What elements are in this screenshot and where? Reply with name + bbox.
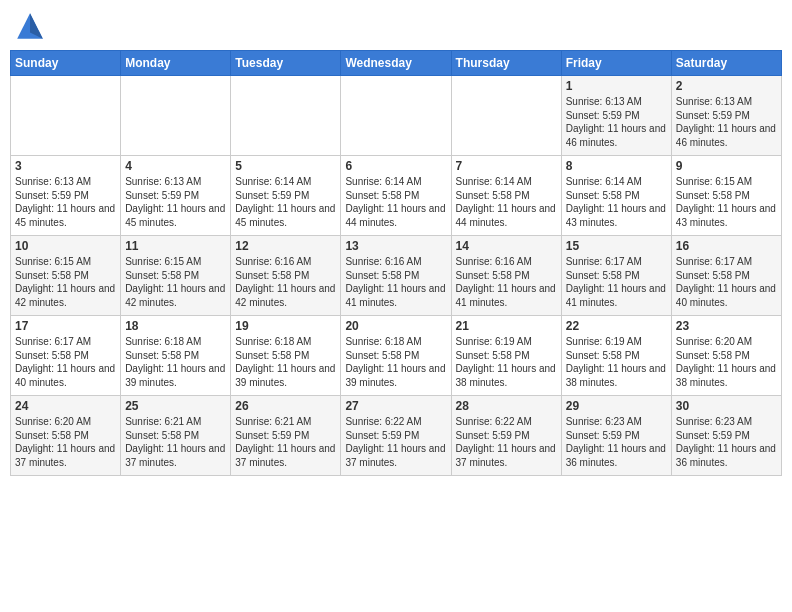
- calendar-cell: 29Sunrise: 6:23 AM Sunset: 5:59 PM Dayli…: [561, 396, 671, 476]
- calendar-cell: 19Sunrise: 6:18 AM Sunset: 5:58 PM Dayli…: [231, 316, 341, 396]
- cell-text: Sunrise: 6:16 AM Sunset: 5:58 PM Dayligh…: [235, 255, 336, 309]
- cell-text: Sunrise: 6:15 AM Sunset: 5:58 PM Dayligh…: [676, 175, 777, 229]
- header-tuesday: Tuesday: [231, 51, 341, 76]
- cell-text: Sunrise: 6:14 AM Sunset: 5:59 PM Dayligh…: [235, 175, 336, 229]
- calendar-cell: 25Sunrise: 6:21 AM Sunset: 5:58 PM Dayli…: [121, 396, 231, 476]
- calendar-cell: [341, 76, 451, 156]
- cell-text: Sunrise: 6:16 AM Sunset: 5:58 PM Dayligh…: [345, 255, 446, 309]
- calendar-cell: 27Sunrise: 6:22 AM Sunset: 5:59 PM Dayli…: [341, 396, 451, 476]
- cell-text: Sunrise: 6:13 AM Sunset: 5:59 PM Dayligh…: [676, 95, 777, 149]
- calendar-cell: [11, 76, 121, 156]
- day-number: 9: [676, 159, 777, 173]
- day-number: 4: [125, 159, 226, 173]
- calendar-cell: 30Sunrise: 6:23 AM Sunset: 5:59 PM Dayli…: [671, 396, 781, 476]
- day-number: 17: [15, 319, 116, 333]
- day-number: 19: [235, 319, 336, 333]
- day-number: 26: [235, 399, 336, 413]
- calendar-cell: 12Sunrise: 6:16 AM Sunset: 5:58 PM Dayli…: [231, 236, 341, 316]
- calendar-week-row: 3Sunrise: 6:13 AM Sunset: 5:59 PM Daylig…: [11, 156, 782, 236]
- day-number: 30: [676, 399, 777, 413]
- cell-text: Sunrise: 6:15 AM Sunset: 5:58 PM Dayligh…: [15, 255, 116, 309]
- logo: [14, 10, 50, 42]
- calendar-cell: 5Sunrise: 6:14 AM Sunset: 5:59 PM Daylig…: [231, 156, 341, 236]
- cell-text: Sunrise: 6:19 AM Sunset: 5:58 PM Dayligh…: [566, 335, 667, 389]
- calendar-cell: 22Sunrise: 6:19 AM Sunset: 5:58 PM Dayli…: [561, 316, 671, 396]
- cell-text: Sunrise: 6:14 AM Sunset: 5:58 PM Dayligh…: [345, 175, 446, 229]
- cell-text: Sunrise: 6:22 AM Sunset: 5:59 PM Dayligh…: [345, 415, 446, 469]
- calendar-cell: [121, 76, 231, 156]
- day-number: 6: [345, 159, 446, 173]
- calendar-cell: 15Sunrise: 6:17 AM Sunset: 5:58 PM Dayli…: [561, 236, 671, 316]
- day-number: 13: [345, 239, 446, 253]
- calendar-cell: 20Sunrise: 6:18 AM Sunset: 5:58 PM Dayli…: [341, 316, 451, 396]
- day-number: 25: [125, 399, 226, 413]
- calendar-week-row: 24Sunrise: 6:20 AM Sunset: 5:58 PM Dayli…: [11, 396, 782, 476]
- cell-text: Sunrise: 6:23 AM Sunset: 5:59 PM Dayligh…: [676, 415, 777, 469]
- cell-text: Sunrise: 6:17 AM Sunset: 5:58 PM Dayligh…: [15, 335, 116, 389]
- calendar-cell: 11Sunrise: 6:15 AM Sunset: 5:58 PM Dayli…: [121, 236, 231, 316]
- header-wednesday: Wednesday: [341, 51, 451, 76]
- day-number: 22: [566, 319, 667, 333]
- calendar-cell: 3Sunrise: 6:13 AM Sunset: 5:59 PM Daylig…: [11, 156, 121, 236]
- day-number: 10: [15, 239, 116, 253]
- calendar-header-row: SundayMondayTuesdayWednesdayThursdayFrid…: [11, 51, 782, 76]
- page-header: [10, 10, 782, 42]
- cell-text: Sunrise: 6:17 AM Sunset: 5:58 PM Dayligh…: [676, 255, 777, 309]
- header-saturday: Saturday: [671, 51, 781, 76]
- cell-text: Sunrise: 6:17 AM Sunset: 5:58 PM Dayligh…: [566, 255, 667, 309]
- day-number: 27: [345, 399, 446, 413]
- calendar-cell: 24Sunrise: 6:20 AM Sunset: 5:58 PM Dayli…: [11, 396, 121, 476]
- cell-text: Sunrise: 6:18 AM Sunset: 5:58 PM Dayligh…: [345, 335, 446, 389]
- calendar-table: SundayMondayTuesdayWednesdayThursdayFrid…: [10, 50, 782, 476]
- day-number: 5: [235, 159, 336, 173]
- day-number: 20: [345, 319, 446, 333]
- calendar-cell: [451, 76, 561, 156]
- calendar-cell: 16Sunrise: 6:17 AM Sunset: 5:58 PM Dayli…: [671, 236, 781, 316]
- calendar-cell: 7Sunrise: 6:14 AM Sunset: 5:58 PM Daylig…: [451, 156, 561, 236]
- day-number: 21: [456, 319, 557, 333]
- cell-text: Sunrise: 6:23 AM Sunset: 5:59 PM Dayligh…: [566, 415, 667, 469]
- day-number: 3: [15, 159, 116, 173]
- cell-text: Sunrise: 6:16 AM Sunset: 5:58 PM Dayligh…: [456, 255, 557, 309]
- calendar-cell: 21Sunrise: 6:19 AM Sunset: 5:58 PM Dayli…: [451, 316, 561, 396]
- header-sunday: Sunday: [11, 51, 121, 76]
- cell-text: Sunrise: 6:15 AM Sunset: 5:58 PM Dayligh…: [125, 255, 226, 309]
- day-number: 8: [566, 159, 667, 173]
- calendar-cell: 26Sunrise: 6:21 AM Sunset: 5:59 PM Dayli…: [231, 396, 341, 476]
- day-number: 12: [235, 239, 336, 253]
- calendar-cell: 9Sunrise: 6:15 AM Sunset: 5:58 PM Daylig…: [671, 156, 781, 236]
- day-number: 7: [456, 159, 557, 173]
- calendar-cell: 1Sunrise: 6:13 AM Sunset: 5:59 PM Daylig…: [561, 76, 671, 156]
- calendar-cell: 4Sunrise: 6:13 AM Sunset: 5:59 PM Daylig…: [121, 156, 231, 236]
- day-number: 14: [456, 239, 557, 253]
- header-thursday: Thursday: [451, 51, 561, 76]
- calendar-cell: 18Sunrise: 6:18 AM Sunset: 5:58 PM Dayli…: [121, 316, 231, 396]
- calendar-cell: 8Sunrise: 6:14 AM Sunset: 5:58 PM Daylig…: [561, 156, 671, 236]
- cell-text: Sunrise: 6:20 AM Sunset: 5:58 PM Dayligh…: [15, 415, 116, 469]
- day-number: 18: [125, 319, 226, 333]
- logo-icon: [14, 10, 46, 42]
- calendar-cell: 14Sunrise: 6:16 AM Sunset: 5:58 PM Dayli…: [451, 236, 561, 316]
- header-monday: Monday: [121, 51, 231, 76]
- day-number: 15: [566, 239, 667, 253]
- cell-text: Sunrise: 6:20 AM Sunset: 5:58 PM Dayligh…: [676, 335, 777, 389]
- calendar-cell: 28Sunrise: 6:22 AM Sunset: 5:59 PM Dayli…: [451, 396, 561, 476]
- day-number: 28: [456, 399, 557, 413]
- day-number: 24: [15, 399, 116, 413]
- cell-text: Sunrise: 6:19 AM Sunset: 5:58 PM Dayligh…: [456, 335, 557, 389]
- cell-text: Sunrise: 6:13 AM Sunset: 5:59 PM Dayligh…: [125, 175, 226, 229]
- calendar-week-row: 17Sunrise: 6:17 AM Sunset: 5:58 PM Dayli…: [11, 316, 782, 396]
- calendar-cell: [231, 76, 341, 156]
- calendar-cell: 13Sunrise: 6:16 AM Sunset: 5:58 PM Dayli…: [341, 236, 451, 316]
- cell-text: Sunrise: 6:13 AM Sunset: 5:59 PM Dayligh…: [15, 175, 116, 229]
- calendar-cell: 23Sunrise: 6:20 AM Sunset: 5:58 PM Dayli…: [671, 316, 781, 396]
- day-number: 23: [676, 319, 777, 333]
- day-number: 2: [676, 79, 777, 93]
- cell-text: Sunrise: 6:18 AM Sunset: 5:58 PM Dayligh…: [125, 335, 226, 389]
- cell-text: Sunrise: 6:18 AM Sunset: 5:58 PM Dayligh…: [235, 335, 336, 389]
- cell-text: Sunrise: 6:14 AM Sunset: 5:58 PM Dayligh…: [566, 175, 667, 229]
- day-number: 11: [125, 239, 226, 253]
- cell-text: Sunrise: 6:13 AM Sunset: 5:59 PM Dayligh…: [566, 95, 667, 149]
- calendar-cell: 17Sunrise: 6:17 AM Sunset: 5:58 PM Dayli…: [11, 316, 121, 396]
- calendar-cell: 10Sunrise: 6:15 AM Sunset: 5:58 PM Dayli…: [11, 236, 121, 316]
